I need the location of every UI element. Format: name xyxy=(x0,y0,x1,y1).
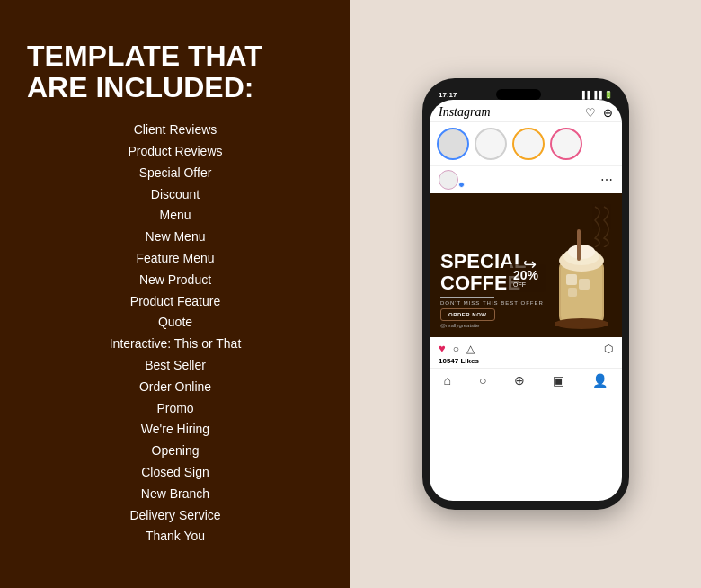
search-nav-icon[interactable]: ○ xyxy=(479,373,486,388)
post-more-icon[interactable]: ⋯ xyxy=(600,173,613,187)
template-list-item: We're Hiring xyxy=(27,419,324,441)
ad-subtitle: DON'T MISS THIS BEST OFFER xyxy=(440,300,611,306)
left-panel: TEMPLATE THAT ARE INCLUDED: Client Revie… xyxy=(0,0,350,588)
phone-time: 17:17 xyxy=(439,91,457,99)
template-list-item: Closed Sign xyxy=(27,462,324,484)
phone-screen: Instagram ♡ ⊕ ⋯ xyxy=(430,100,622,501)
share-icon[interactable]: △ xyxy=(466,343,475,355)
story-item-3[interactable] xyxy=(512,128,545,160)
messenger-icon[interactable]: ⊕ xyxy=(603,106,613,120)
template-list: Client ReviewsProduct ReviewsSpecial Off… xyxy=(27,120,324,548)
bookmark-icon[interactable]: ⬡ xyxy=(604,343,613,355)
template-list-item: Interactive: This or That xyxy=(27,334,324,355)
ig-post-header: ⋯ xyxy=(430,166,622,193)
right-panel: 17:17 ▐▐ ▐▐ 🔋 Instagram ♡ ⊕ xyxy=(350,0,701,588)
template-list-item: Discount xyxy=(27,184,324,206)
like-button[interactable]: ♥ xyxy=(439,342,446,355)
heart-nav-icon[interactable]: ♡ xyxy=(585,106,596,120)
ig-post-actions-left: ♥ ○ △ xyxy=(439,342,475,355)
template-list-item: Quote xyxy=(27,312,324,334)
template-list-item: Delivery Service xyxy=(27,505,324,527)
phone-mockup: 17:17 ▐▐ ▐▐ 🔋 Instagram ♡ ⊕ xyxy=(422,78,629,510)
phone-status-icons: ▐▐ ▐▐ 🔋 xyxy=(580,91,613,99)
template-list-item: Best Seller xyxy=(27,355,324,377)
template-list-item: Special Offer xyxy=(27,163,324,184)
add-nav-icon[interactable]: ⊕ xyxy=(514,373,525,388)
story-item-1[interactable] xyxy=(437,128,469,160)
main-title: TEMPLATE THAT ARE INCLUDED: xyxy=(27,40,324,103)
home-nav-icon[interactable]: ⌂ xyxy=(444,373,451,388)
order-now-button[interactable]: ORDER NOW xyxy=(440,308,495,321)
ig-handle: @reallygreatsite xyxy=(440,323,611,328)
story-item-2[interactable] xyxy=(475,128,507,160)
ig-stories-row xyxy=(430,122,622,166)
likes-count: 10547 Likes xyxy=(430,357,622,368)
story-item-4[interactable] xyxy=(550,128,582,160)
template-list-item: Order Online xyxy=(27,377,324,398)
post-avatar xyxy=(439,170,458,190)
template-list-item: Product Reviews xyxy=(27,141,324,163)
reels-nav-icon[interactable]: ▣ xyxy=(553,373,564,388)
ig-header: Instagram ♡ ⊕ xyxy=(430,100,622,122)
template-list-item: Product Feature xyxy=(27,291,324,313)
ig-post-actions: ♥ ○ △ ⬡ xyxy=(430,337,622,357)
ig-header-icons: ♡ ⊕ xyxy=(585,106,613,120)
template-list-item: Menu xyxy=(27,205,324,227)
ad-divider xyxy=(440,297,494,298)
ig-bottom-nav: ⌂ ○ ⊕ ▣ 👤 xyxy=(430,368,622,392)
profile-nav-icon[interactable]: 👤 xyxy=(592,373,608,388)
coffee-ad-banner: SPECIAL COFFEE DON'T MISS THIS BEST OFFE… xyxy=(430,193,622,337)
template-list-item: New Branch xyxy=(27,484,324,505)
comment-icon[interactable]: ○ xyxy=(453,343,459,355)
template-list-item: New Product xyxy=(27,270,324,291)
template-list-item: New Menu xyxy=(27,227,324,248)
template-list-item: Opening xyxy=(27,441,324,462)
template-list-item: Client Reviews xyxy=(27,120,324,141)
phone-notch xyxy=(496,89,541,100)
ig-logo-text: Instagram xyxy=(439,105,491,120)
template-list-item: Thank You xyxy=(27,526,324,548)
arrow-decoration: ↩ xyxy=(523,254,537,274)
template-list-item: Feature Menu xyxy=(27,248,324,270)
template-list-item: Promo xyxy=(27,398,324,420)
